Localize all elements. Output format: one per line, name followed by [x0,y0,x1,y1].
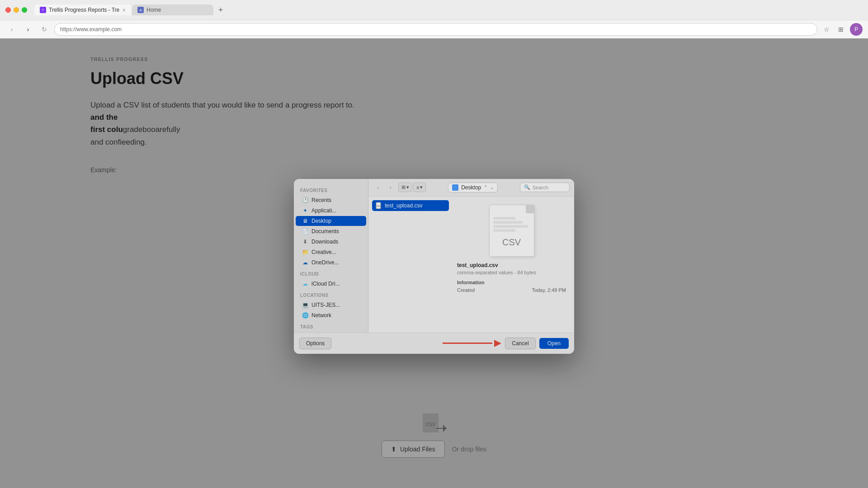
sidebar-item-applications[interactable]: ✦ Applicati... [296,206,366,216]
location-chevron: ⌃ [484,185,487,190]
file-list-panel: CSV test_upload.csv [372,200,449,329]
home-favicon: A [137,7,144,13]
created-label: Created [457,287,475,293]
picker-back-button[interactable]: ‹ [373,183,383,192]
back-button[interactable]: ‹ [5,23,18,36]
star-icon[interactable]: ☆ [821,24,832,35]
picker-files: CSV test_upload.csv [368,197,574,333]
arrow-head [494,340,501,347]
modal-overlay: Favorites 🕐 Recents ✦ Applicati... 🖥 Des… [0,38,868,488]
file-preview-panel: CSV test_upload.csv comma-separated valu… [453,200,571,329]
grid-icon: ⊞ [401,184,406,190]
tab-trellis-label: Trellis Progress Reports - Tre [49,7,119,13]
file-info-section-label: Information [457,280,566,285]
icloud-icon: ☁ [302,281,308,287]
applications-icon: ✦ [302,207,308,214]
file-info-name: test_upload.csv [457,262,566,268]
address-bar[interactable]: https://www.example.com [54,23,817,36]
list-icon: ≡ [416,185,419,190]
sidebar-item-recents[interactable]: 🕐 Recents [296,195,366,205]
arrow-line [443,343,492,344]
file-svg: CSV [376,202,382,209]
file-corner [526,205,534,213]
file-preview-lines [490,213,534,235]
file-name: test_upload.csv [385,202,422,209]
tab-home-label: Home [146,7,161,13]
file-item-csv[interactable]: CSV test_upload.csv [372,200,449,211]
tab-close-icon[interactable]: ✕ [122,8,126,13]
sidebar-item-network[interactable]: 🌐 Network [296,310,366,320]
page-content: TRELLIS PROGRESS Upload CSV Upload a CSV… [0,38,868,488]
sidebar-item-downloads[interactable]: ⬇ Downloads [296,237,366,247]
view-buttons: ⊞ ▾ ≡ ▾ [398,183,426,192]
created-value: Today, 2:49 PM [532,287,566,293]
sidebar-item-documents[interactable]: 📄 Documents [296,226,366,236]
minimize-button[interactable] [14,7,19,13]
maximize-button[interactable] [22,7,27,13]
cancel-button[interactable]: Cancel [505,338,535,349]
file-preview-icon: CSV [489,205,534,257]
new-tab-button[interactable]: + [214,4,227,16]
file-picker-dialog: Favorites 🕐 Recents ✦ Applicati... 🖥 Des… [294,179,574,354]
tabs-bar: T Trellis Progress Reports - Tre ✕ A Hom… [34,4,227,16]
location-text: Desktop [461,184,481,191]
downloads-icon: ⬇ [302,239,308,245]
search-placeholder: Search [533,185,548,190]
creative-icon: 📁 [302,249,308,255]
favorites-label: Favorites [294,184,368,195]
tags-label: Tags [294,321,368,331]
location-pill[interactable]: Desktop ⌃ ⌄ [448,183,498,192]
preview-line-1 [493,217,515,220]
picker-footer: Options Cancel Open [294,333,574,354]
location-chevron-down: ⌄ [490,185,494,190]
options-button[interactable]: Options [299,338,331,349]
icon-view-button[interactable]: ⊞ ▾ [398,183,412,192]
sidebar-item-creative[interactable]: 📁 Creative... [296,247,366,257]
extensions-icon[interactable]: ⊞ [835,24,846,35]
folder-icon [452,184,458,191]
forward-button[interactable]: › [22,23,34,36]
file-info-type: comma-separated values - 84 bytes [457,270,566,275]
address-text: https://www.example.com [60,26,122,33]
profile-avatar[interactable]: P [850,23,863,36]
icloud-label: iCloud [294,268,368,278]
onedrive-icon: ☁ [302,259,308,266]
picker-toolbar: ‹ › ⊞ ▾ ≡ ▾ [368,179,574,197]
traffic-lights [5,7,27,13]
locations-label: Locations [294,289,368,300]
sidebar-item-desktop[interactable]: 🖥 Desktop [296,216,366,226]
csv-file-icon: CSV [376,202,382,209]
trellis-favicon: T [40,7,46,13]
picker-forward-button[interactable]: › [386,183,396,192]
picker-main: ‹ › ⊞ ▾ ≡ ▾ [368,179,574,333]
sidebar-item-onedrive[interactable]: ☁ OneDrive... [296,258,366,267]
picker-body: Favorites 🕐 Recents ✦ Applicati... 🖥 Des… [294,179,574,333]
refresh-button[interactable]: ↻ [38,23,51,36]
list-view-button[interactable]: ≡ ▾ [413,183,426,192]
toolbar-right: ☆ ⊞ P [821,23,863,36]
network-icon: 🌐 [302,312,308,319]
desktop-icon: 🖥 [302,218,308,224]
location-bar: Desktop ⌃ ⌄ [429,183,517,192]
picker-search[interactable]: 🔍 Search [520,183,570,192]
view-chevron: ▾ [406,184,409,190]
list-chevron: ▾ [420,184,423,190]
tab-trellis[interactable]: T Trellis Progress Reports - Tre ✕ [34,5,131,15]
tab-home[interactable]: A Home [132,5,213,15]
open-button[interactable]: Open [539,338,569,349]
file-type-label: CSV [502,237,521,248]
file-info: test_upload.csv comma-separated values -… [457,262,566,293]
close-button[interactable] [5,7,11,13]
browser-chrome: T Trellis Progress Reports - Tre ✕ A Hom… [0,0,868,38]
svg-text:CSV: CSV [377,205,382,207]
file-info-created-row: Created Today, 2:49 PM [457,287,566,293]
recents-icon: 🕐 [302,197,308,203]
sidebar-item-icloud-drive[interactable]: ☁ iCloud Dri... [296,279,366,289]
preview-line-3 [493,225,528,228]
documents-icon: 📄 [302,228,308,235]
computer-icon: 💻 [302,302,308,308]
sidebar-item-uits[interactable]: 💻 UITS-JES... [296,300,366,310]
browser-titlebar: T Trellis Progress Reports - Tre ✕ A Hom… [0,0,868,20]
preview-line-2 [493,221,523,224]
preview-line-4 [493,229,515,232]
